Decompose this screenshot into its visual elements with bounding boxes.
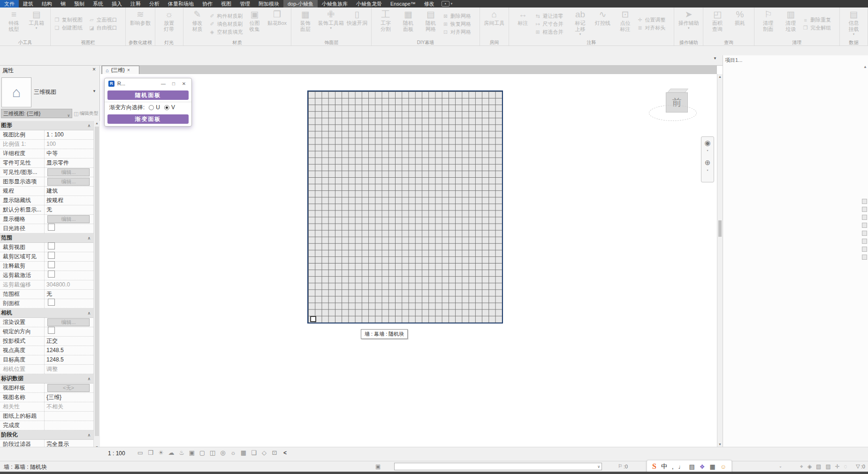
selection-handle[interactable]	[310, 316, 316, 322]
select-underlay-icon[interactable]: ◈	[807, 463, 812, 470]
dialog-title-bar[interactable]: R R... — □ ✕	[105, 78, 191, 89]
editing-requests-indicator[interactable]: ⚐ :0	[618, 463, 628, 469]
menu-tab-9[interactable]: 体量和场地	[164, 0, 198, 8]
property-value[interactable]: 1248.5	[45, 355, 93, 364]
menu-tab-11[interactable]: 视图	[217, 0, 236, 8]
avoid-clear-button[interactable]: ⇆避让清零	[534, 13, 568, 20]
checkbox[interactable]	[48, 261, 55, 268]
dimension-button[interactable]: ↔标注	[512, 8, 533, 39]
edit-button[interactable]: <无>	[47, 384, 90, 392]
checkbox[interactable]	[48, 299, 55, 306]
toolbox-button[interactable]: ▤工具箱▾	[26, 8, 47, 39]
menu-tab-7[interactable]: 注释	[126, 0, 145, 8]
random-grid-button[interactable]: ▤随机 网格	[420, 8, 442, 39]
property-value[interactable]: 无	[45, 290, 93, 299]
worksharing-display-icon[interactable]: ◌	[844, 463, 847, 470]
constraints-icon[interactable]: ◇	[261, 449, 267, 456]
scroll-down-icon[interactable]: ▼	[717, 443, 723, 446]
temporary-view-icon[interactable]: ☼	[230, 449, 236, 456]
delete-grid-button[interactable]: ⊠删除网格	[442, 13, 476, 20]
property-value[interactable]: 无	[45, 205, 93, 214]
property-value[interactable]: 按规程	[45, 196, 93, 205]
crop-region-icon[interactable]: ▢	[199, 449, 206, 456]
full-ungroup-button[interactable]: ❐完全解组	[802, 24, 836, 31]
radio-option-v[interactable]: V	[164, 104, 175, 111]
place-light-strip-button[interactable]: ☼放置 灯带	[158, 8, 180, 39]
property-value[interactable]: 调整	[45, 365, 93, 374]
checkbox[interactable]	[48, 327, 55, 334]
menu-tab-1[interactable]: 建筑	[19, 0, 38, 8]
property-value[interactable]: 显示零件	[45, 158, 93, 167]
menu-tab-6[interactable]: 插入	[107, 0, 126, 8]
temporary-hide-icon[interactable]: ◫	[209, 449, 216, 456]
minimize-icon[interactable]: —	[160, 81, 167, 86]
select-pinned-icon[interactable]: ▧	[816, 463, 821, 470]
visual-style-icon[interactable]: ❒	[147, 449, 154, 456]
finish-toolbox-button[interactable]: ✙装饰工具箱▾	[317, 8, 345, 39]
menu-tab-3[interactable]: 钢	[56, 0, 70, 8]
random-panel-button[interactable]: ▦随机 面板	[397, 8, 419, 39]
checkbox[interactable]	[48, 252, 55, 259]
edit-button[interactable]: 编辑...	[47, 318, 90, 326]
menu-tab-17[interactable]: Enscape™	[386, 0, 420, 8]
menu-tab-13[interactable]: 附加模块	[254, 0, 283, 8]
impact-parameters-button[interactable]: ≋影响参数	[129, 8, 152, 39]
menu-tab-14[interactable]: dop-小鲮鱼	[283, 0, 318, 8]
empty-material-fill-button[interactable]: ◈空材质填充	[209, 29, 243, 36]
right-edge-icon[interactable]	[862, 247, 867, 252]
quick-opening-button[interactable]: ▯快速开洞	[346, 8, 368, 39]
scroll-thumb[interactable]	[95, 127, 99, 436]
checkbox[interactable]	[48, 271, 55, 278]
property-value[interactable]: 304800.0	[45, 280, 93, 289]
render-icon[interactable]: ♨	[178, 449, 185, 456]
scroll-up-icon[interactable]: ▲	[94, 121, 100, 125]
detail-level-icon[interactable]: ▭	[137, 449, 144, 456]
chevron-down-icon[interactable]: ⌄	[779, 464, 782, 468]
type-preview[interactable]: ⌂	[1, 77, 31, 107]
operation-assist-button[interactable]: ➤操作辅助▾	[678, 8, 700, 39]
close-icon[interactable]: ×	[92, 66, 96, 73]
filter-indicator[interactable]: ▽ :0	[856, 463, 865, 469]
scroll-up-icon[interactable]: ▲	[717, 75, 723, 78]
sogou-logo-icon[interactable]: S	[652, 462, 656, 471]
property-section-header[interactable]: 阶段化∧	[0, 430, 93, 440]
displacement-icon[interactable]: ❑	[251, 449, 257, 456]
window-menu-icon[interactable]: ▴▾	[442, 0, 453, 8]
gradient-panel-button[interactable]: 渐变面板	[107, 114, 189, 124]
property-value[interactable]: 1 : 100	[45, 130, 93, 139]
property-value[interactable]: 正交	[45, 337, 93, 346]
room-tool-button[interactable]: ⌂房间工具	[483, 8, 505, 39]
menu-tab-0[interactable]: 文件	[0, 0, 19, 8]
menu-tab-4[interactable]: 预制	[70, 0, 89, 8]
random-panel-button[interactable]: 随机面板	[107, 90, 189, 100]
menu-tab-10[interactable]: 协作	[198, 0, 217, 8]
reveal-hidden-icon[interactable]: ◎	[220, 449, 226, 456]
close-icon[interactable]: ×	[127, 68, 130, 73]
finish-layer-button[interactable]: ▦装饰 面层	[295, 8, 316, 39]
menu-tab-2[interactable]: 结构	[38, 0, 56, 8]
light-control-line-button[interactable]: ∿灯控线	[592, 8, 613, 39]
workset-dropdown[interactable]: ∨	[394, 463, 602, 470]
align-header-button[interactable]: ≣对齐标头	[637, 24, 670, 31]
point-dimension-button[interactable]: ⊡点位 标注	[614, 8, 636, 39]
punctuation-icon[interactable]: ,	[672, 463, 674, 470]
properties-scrollbar[interactable]: ▲ ▼	[93, 121, 100, 449]
tab-overflow-icon[interactable]: ▼	[713, 56, 717, 60]
right-edge-icon[interactable]	[862, 223, 867, 228]
maximize-icon[interactable]: □	[170, 81, 177, 86]
viewcube-compass[interactable]	[649, 105, 697, 121]
property-value[interactable]: 不相关	[45, 402, 93, 411]
dimension-merge-button[interactable]: ↦尺寸合并	[534, 21, 568, 28]
property-section-header[interactable]: 图形∧	[0, 121, 93, 130]
radio-option-u[interactable]: U	[149, 104, 160, 111]
info-mount-button[interactable]: ▤信息 挂载▾	[843, 8, 864, 39]
property-section-header[interactable]: 相机∧	[0, 308, 93, 318]
crop-view-icon[interactable]: ▣	[189, 449, 195, 456]
property-value[interactable]: 100	[45, 140, 93, 149]
free-viewport-button[interactable]: ◪自由视口	[89, 24, 122, 31]
analytical-model-icon[interactable]: ▦	[240, 449, 247, 456]
menu-tab-12[interactable]: 管理	[236, 0, 254, 8]
i-shape-split-button[interactable]: 工工字 分割	[375, 8, 396, 39]
edit-type-button[interactable]: ◫ 编辑类型	[74, 109, 99, 118]
right-edge-icon[interactable]	[862, 199, 867, 204]
